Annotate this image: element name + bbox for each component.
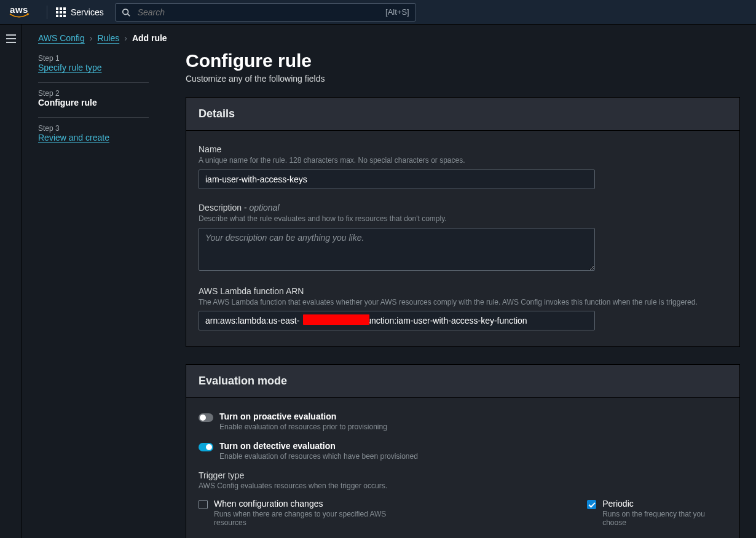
- step-link-review[interactable]: Review and create: [38, 133, 149, 142]
- breadcrumb-link-rules[interactable]: Rules: [97, 33, 119, 43]
- name-input[interactable]: [199, 170, 595, 189]
- description-input[interactable]: [199, 228, 595, 271]
- periodic-help: Runs on the frequency that you choose: [602, 510, 727, 527]
- step-label: Step 1: [38, 54, 149, 63]
- config-change-checkbox[interactable]: [199, 500, 208, 509]
- config-change-help: Runs when there are changes to your spec…: [214, 510, 415, 527]
- arn-input[interactable]: [199, 311, 595, 330]
- details-panel: Details Name A unique name for the rule.…: [186, 97, 740, 347]
- detective-help: Enable evaluation of resources which hav…: [219, 452, 418, 461]
- step-link-specify[interactable]: Specify rule type: [38, 63, 149, 72]
- evaluation-panel: Evaluation mode Turn on proactive evalua…: [186, 364, 740, 538]
- arn-label: AWS Lambda function ARN: [199, 286, 727, 296]
- nav-divider: [47, 6, 47, 19]
- name-label: Name: [199, 144, 727, 154]
- chevron-right-icon: ›: [124, 33, 127, 43]
- search-hint: [Alt+S]: [385, 7, 409, 17]
- services-label: Services: [71, 7, 104, 17]
- side-rail: [0, 25, 22, 538]
- periodic-checkbox[interactable]: [587, 500, 596, 509]
- evaluation-heading: Evaluation mode: [186, 365, 739, 398]
- step-label: Step 2: [38, 89, 149, 98]
- description-label: Description - optional: [199, 203, 727, 212]
- arn-help: The AWS Lambda function that evaluates w…: [199, 297, 727, 308]
- search-icon: [122, 8, 130, 17]
- wizard-steps: Step 1 Specify rule type Step 2 Configur…: [38, 48, 149, 538]
- description-help: Describe what the rule evaluates and how…: [199, 214, 727, 224]
- aws-smile-icon: [9, 13, 30, 19]
- periodic-label: Periodic: [602, 499, 727, 509]
- services-button[interactable]: Services: [56, 7, 104, 17]
- search-input[interactable]: [136, 7, 379, 18]
- breadcrumb-current: Add rule: [132, 33, 167, 43]
- breadcrumb-link-config[interactable]: AWS Config: [38, 33, 85, 43]
- page-title: Configure rule: [186, 50, 740, 71]
- details-heading: Details: [186, 98, 739, 131]
- aws-logo[interactable]: aws: [9, 5, 30, 19]
- breadcrumb: AWS Config › Rules › Add rule: [38, 33, 740, 43]
- svg-point-0: [122, 9, 128, 14]
- trigger-help: AWS Config evaluates resources when the …: [199, 481, 727, 490]
- hamburger-icon[interactable]: [6, 34, 16, 538]
- proactive-toggle[interactable]: [199, 413, 213, 422]
- config-change-label: When configuration changes: [214, 499, 415, 509]
- services-grid-icon: [56, 7, 66, 17]
- proactive-label: Turn on proactive evaluation: [219, 411, 387, 421]
- name-help: A unique name for the rule. 128 characte…: [199, 155, 727, 166]
- chevron-right-icon: ›: [90, 33, 93, 43]
- trigger-label: Trigger type: [199, 470, 727, 480]
- top-nav: aws Services [Alt+S]: [0, 0, 756, 25]
- detective-toggle[interactable]: [199, 443, 213, 451]
- page-subtitle: Customize any of the following fields: [186, 74, 740, 84]
- svg-line-1: [127, 14, 130, 16]
- step-current-configure: Configure rule: [38, 98, 149, 107]
- search-field[interactable]: [Alt+S]: [115, 3, 416, 21]
- proactive-help: Enable evaluation of resources prior to …: [219, 423, 387, 431]
- detective-label: Turn on detective evaluation: [219, 441, 418, 451]
- step-label: Step 3: [38, 124, 149, 133]
